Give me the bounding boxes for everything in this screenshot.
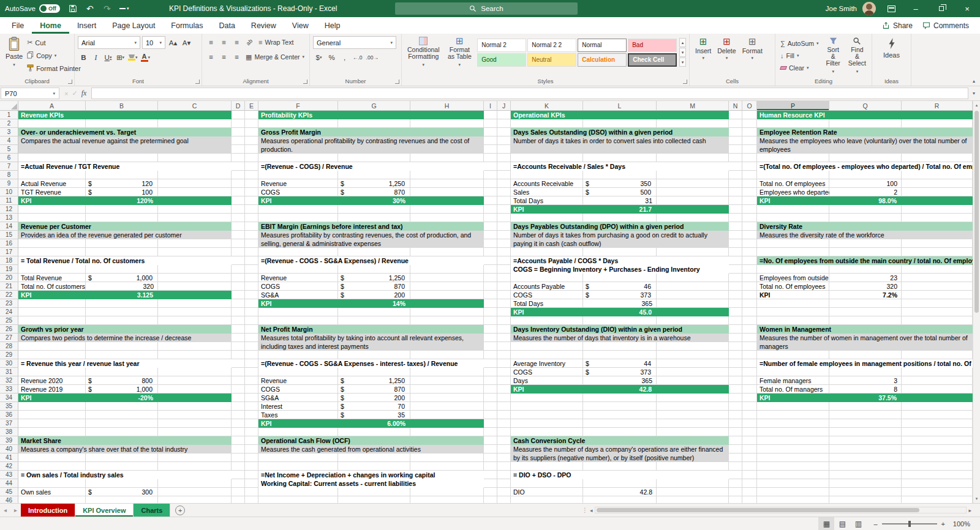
col-header-G[interactable]: G [338, 101, 410, 111]
col-header-I[interactable]: I [484, 101, 497, 111]
cell-P25[interactable] [757, 316, 829, 325]
row-header-5[interactable]: 5 [0, 145, 18, 154]
row-header-43[interactable]: 43 [0, 471, 18, 479]
cell-A26[interactable]: Growth vs prior year [18, 325, 232, 334]
cell-M2[interactable] [657, 119, 729, 128]
cell-I29[interactable] [484, 351, 497, 359]
cell-G46[interactable] [338, 496, 410, 503]
cell-J21[interactable] [497, 282, 511, 291]
cell-R40[interactable] [902, 445, 973, 453]
cell-B8[interactable] [86, 171, 158, 179]
cell-O17[interactable] [742, 248, 757, 256]
cell-C24[interactable] [158, 308, 232, 316]
cell-F21[interactable]: COGS [258, 282, 338, 291]
cell-E33[interactable] [245, 385, 258, 394]
gallery-scroll-up[interactable]: ▴ [679, 38, 686, 47]
cell-K21[interactable]: Accounts Payable [511, 282, 583, 291]
cell-R20[interactable] [902, 274, 973, 282]
cell-K23[interactable]: Total Days [511, 299, 583, 308]
cell-R31[interactable] [902, 368, 973, 376]
cell-I10[interactable] [484, 188, 497, 196]
cell-J18[interactable] [497, 256, 511, 265]
style-chip-check-cell[interactable]: Check Cell [628, 53, 677, 67]
row-header-45[interactable]: 45 [0, 488, 18, 496]
cell-E3[interactable] [245, 128, 258, 136]
cell-O23[interactable] [742, 299, 757, 308]
cell-P20[interactable]: Employees from outside [757, 274, 829, 282]
cell-G45[interactable] [338, 488, 410, 496]
cell-H10[interactable] [410, 188, 484, 196]
cell-J25[interactable] [497, 316, 511, 325]
cell-D2[interactable] [232, 119, 245, 128]
cell-M28[interactable] [657, 342, 729, 351]
cell-B45[interactable]: $300 [86, 488, 158, 496]
cell-L29[interactable] [583, 351, 657, 359]
cell-I31[interactable] [484, 368, 497, 376]
cell-D35[interactable] [232, 402, 245, 411]
cell-D34[interactable] [232, 394, 245, 402]
fill-button[interactable]: ↓Fill▾ [778, 50, 821, 62]
cell-K6[interactable] [511, 154, 583, 162]
cell-B38[interactable] [86, 428, 158, 436]
cell-P46[interactable] [757, 496, 829, 503]
cell-G31[interactable] [338, 368, 410, 376]
cell-C28[interactable] [158, 342, 232, 351]
cell-B17[interactable] [86, 248, 158, 256]
cell-I23[interactable] [484, 299, 497, 308]
row-header-21[interactable]: 21 [0, 282, 18, 291]
cell-N23[interactable] [729, 299, 742, 308]
cell-K36[interactable] [511, 411, 583, 419]
cell-N46[interactable] [729, 496, 742, 503]
cell-R41[interactable] [902, 453, 973, 462]
cell-A28[interactable] [18, 342, 86, 351]
cell-A44[interactable] [18, 479, 86, 488]
cell-F34[interactable]: SG&A [258, 394, 338, 402]
vertical-scrollbar[interactable]: ▴ ▾ [973, 101, 980, 503]
cell-O30[interactable] [742, 359, 757, 368]
format-cells-button[interactable]: ⊞Format▾ [740, 36, 765, 61]
row-header-30[interactable]: 30 [0, 359, 18, 368]
cell-O29[interactable] [742, 351, 757, 359]
cell-J16[interactable] [497, 239, 511, 248]
cell-C2[interactable] [158, 119, 232, 128]
cell-N14[interactable] [729, 222, 742, 231]
cell-L34[interactable] [583, 394, 657, 402]
cell-L9[interactable]: $350 [583, 179, 657, 188]
row-header-32[interactable]: 32 [0, 376, 18, 385]
col-header-E[interactable]: E [245, 101, 258, 111]
tab-review[interactable]: Review [243, 17, 284, 34]
cell-M24[interactable] [657, 308, 729, 316]
cell-N32[interactable] [729, 376, 742, 385]
cell-C21[interactable] [158, 282, 232, 291]
cell-L33[interactable]: 42.8 [583, 385, 657, 394]
cell-G35[interactable]: $70 [338, 402, 410, 411]
cell-K9[interactable]: Accounts Receivable [511, 179, 583, 188]
cell-N42[interactable] [729, 462, 742, 471]
cell-F43[interactable]: =Net Income + Depreciation + changes in … [258, 471, 484, 479]
row-header-35[interactable]: 35 [0, 402, 18, 411]
cell-P11[interactable]: KPI [757, 196, 829, 205]
sort-filter-button[interactable]: Sort & Filter ▾ [823, 36, 843, 75]
cell-N17[interactable] [729, 248, 742, 256]
cell-K26[interactable]: Days Inventory Outstanding (DIO) within … [511, 325, 729, 334]
cell-Q21[interactable]: 320 [829, 282, 902, 291]
cell-E6[interactable] [245, 154, 258, 162]
cell-R25[interactable] [902, 316, 973, 325]
cell-F35[interactable]: Interest [258, 402, 338, 411]
cell-I17[interactable] [484, 248, 497, 256]
cell-R9[interactable] [902, 179, 973, 188]
cell-K2[interactable] [511, 119, 583, 128]
cell-G9[interactable]: $1,250 [338, 179, 410, 188]
minimize-button[interactable]: – [903, 0, 929, 17]
cell-I44[interactable] [484, 479, 497, 488]
zoom-out-button[interactable]: – [873, 520, 877, 528]
row-header-26[interactable]: 26 [0, 325, 18, 334]
cell-B42[interactable] [86, 462, 158, 471]
cell-Q44[interactable] [829, 479, 902, 488]
cell-E25[interactable] [245, 316, 258, 325]
cell-G24[interactable] [338, 308, 410, 316]
cell-N36[interactable] [729, 411, 742, 419]
cell-L35[interactable] [583, 402, 657, 411]
cell-F9[interactable]: Revenue [258, 179, 338, 188]
cell-A25[interactable] [18, 316, 86, 325]
